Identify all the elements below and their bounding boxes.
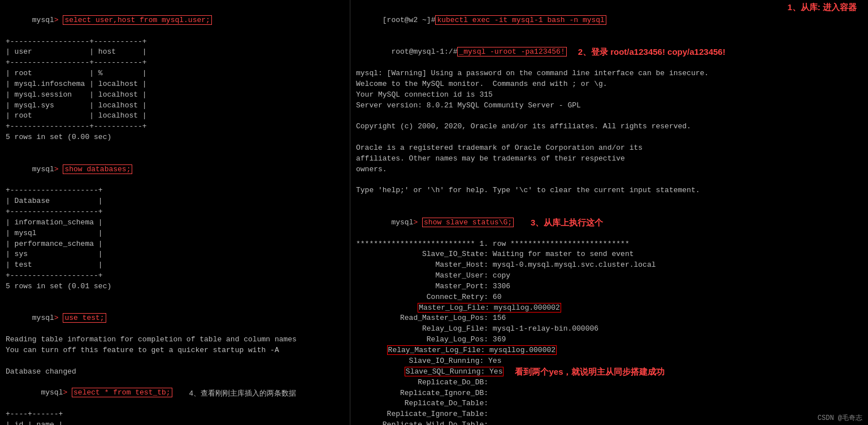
slave-master-host: Master_Host: mysql-0.mysql.mysql.svc.clu… xyxy=(356,260,862,271)
reading-table-info: Reading table information for completion… xyxy=(6,335,344,345)
test-border-1: +----+------+ xyxy=(6,409,344,420)
blank-2 xyxy=(6,292,344,303)
db-row-perf: | performance_schema | xyxy=(6,239,344,250)
cmd-mysql-login-row: root@mysql-1:/#_mysql -uroot -pa123456! … xyxy=(356,37,862,69)
row-root-local: | root | localhost | xyxy=(6,111,344,122)
replicate-do-db: Replicate_Do_DB: xyxy=(356,378,862,388)
db-row-info: | information_schema | xyxy=(6,218,344,228)
row-infoschema: | mysql.infoschema | localhost | xyxy=(6,79,344,90)
relay-log-file: Relay_Log_File: mysql-1-relay-bin.000006 xyxy=(356,324,862,335)
db-border-3: +--------------------+ xyxy=(6,271,344,281)
test-header: | id | name | xyxy=(6,420,344,425)
mysql-warning: mysql: [Warning] Using a password on the… xyxy=(356,68,862,79)
cmd-select-test: mysql> select * from test_tb; xyxy=(6,378,172,410)
db-header: | Database | xyxy=(6,196,344,207)
cmd-select-user: mysql> select user,host from mysql.user; xyxy=(6,5,344,37)
main-container: mysql> select user,host from mysql.user;… xyxy=(0,0,868,425)
replicate-ignore-table: Replicate_Ignore_Table: xyxy=(356,409,862,420)
replicate-wild-do-table: Replicate_Wild_Do_Table: xyxy=(356,420,862,425)
replicate-do-table: Replicate_Do_Table: xyxy=(356,398,862,409)
db-border-2: +--------------------+ xyxy=(6,207,344,218)
db-row-sys: | sys | xyxy=(6,249,344,260)
annotation-yes: 看到两个yes，就说明主从同步搭建成功 xyxy=(515,367,665,378)
relay-master-log-file: Relay_Master_Log_File: mysqllog.000002 xyxy=(356,345,862,356)
mysql-conn-id: Your MySQL connection id is 315 xyxy=(356,90,862,101)
read-master-log-pos: Read_Master_Log_Pos: 156 xyxy=(356,313,862,324)
cmd-use-test: mysql> use test; xyxy=(6,303,344,335)
db-row-mysql: | mysql | xyxy=(6,228,344,239)
table-header-user: | user | host | xyxy=(6,47,344,58)
turn-off-feature: You can turn off this feature to get a q… xyxy=(6,345,344,356)
table-border-2: +------------------+-----------+ xyxy=(6,58,344,68)
blank-r3 xyxy=(356,175,862,186)
db-changed: Database changed xyxy=(6,367,344,378)
annotation-2: 2、登录 root/a123456! copy/a123456! xyxy=(578,47,726,58)
cmd-kubectl: [root@w2 ~]#kubectl exec -it mysql-1 bas… xyxy=(356,5,862,37)
slave-sql-running: Slave_SQL_Running: Yes xyxy=(356,367,504,378)
db-row-test: | test | xyxy=(6,260,344,271)
cmd-slave-status-row: mysql> show slave status\G; 3、从库上执行这个 xyxy=(356,207,862,239)
mysql-oracle-2: affiliates. Other names may be trademark… xyxy=(356,154,862,164)
blank-r2 xyxy=(356,132,862,143)
mysql-welcome: Welcome to the MySQL monitor. Commands e… xyxy=(356,79,862,90)
slave-row-stars: *************************** 1. row *****… xyxy=(356,239,862,250)
master-log-file: Master_Log_File: mysqllog.000002 xyxy=(356,303,862,314)
slave-master-port: Master_Port: 3306 xyxy=(356,281,862,292)
mysql-oracle-1: Oracle is a registered trademark of Orac… xyxy=(356,143,862,154)
cmd-show-db: mysql> show databases; xyxy=(6,154,344,186)
db-border-1: +--------------------+ xyxy=(6,185,344,196)
slave-io-running: Slave_IO_Running: Yes xyxy=(356,356,862,367)
blank-r1 xyxy=(356,111,862,122)
replicate-ignore-db: Replicate_Ignore_DB: xyxy=(356,388,862,399)
blank-3 xyxy=(6,356,344,367)
row-session: | mysql.session | localhost | xyxy=(6,90,344,101)
annotation-4: 4、查看刚刚主库插入的两条数据 xyxy=(189,388,296,398)
relay-log-pos: Relay_Log_Pos: 369 xyxy=(356,335,862,345)
rows-count-2: 5 rows in set (0.01 sec) xyxy=(6,281,344,292)
blank-r4 xyxy=(356,196,862,207)
mysql-version: Server version: 8.0.21 MySQL Community S… xyxy=(356,101,862,111)
right-panel: 1、从库: 进入容器 [root@w2 ~]#kubectl exec -it … xyxy=(350,0,868,425)
mysql-oracle-3: owners. xyxy=(356,164,862,175)
row-root-pct: | root | % | xyxy=(6,68,344,79)
watermark: CSDN @毛奇志 xyxy=(818,413,862,423)
table-border-3: +------------------+-----------+ xyxy=(6,122,344,132)
table-border-1: +------------------+-----------+ xyxy=(6,37,344,47)
slave-io-state: Slave_IO_State: Waiting for master to se… xyxy=(356,249,862,260)
slave-sql-running-row: Slave_SQL_Running: Yes 看到两个yes，就说明主从同步搭建… xyxy=(356,367,862,378)
cmd-slave-status: mysql> show slave status\G; xyxy=(356,207,514,239)
rows-count-1: 5 rows in set (0.00 sec) xyxy=(6,132,344,143)
mysql-copyright: Copyright (c) 2000, 2020, Oracle and/or … xyxy=(356,122,862,132)
left-panel: mysql> select user,host from mysql.user;… xyxy=(0,0,350,425)
blank-1 xyxy=(6,143,344,154)
cmd-mysql-login: root@mysql-1:/#_mysql -uroot -pa123456! xyxy=(356,37,567,69)
row-sys: | mysql.sys | localhost | xyxy=(6,101,344,111)
mysql-help: Type 'help;' or '\h' for help. Type '\c'… xyxy=(356,185,862,196)
slave-master-user: Master_User: copy xyxy=(356,271,862,281)
cmd-select-test-row: mysql> select * from test_tb; 4、查看刚刚主库插入… xyxy=(6,378,344,410)
annotation-3: 3、从库上执行这个 xyxy=(531,218,603,228)
slave-connect-retry: Connect_Retry: 60 xyxy=(356,292,862,303)
annotation-1: 1、从库: 进入容器 xyxy=(787,2,857,13)
